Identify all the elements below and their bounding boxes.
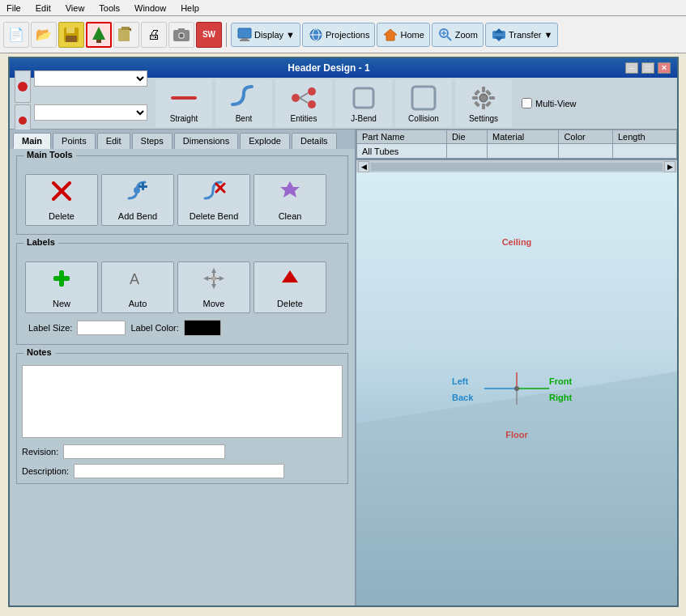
svg-rect-11 (178, 28, 185, 32)
settings-button[interactable]: Settings (455, 79, 512, 127)
clean-label: Clean (279, 211, 302, 221)
notes-textarea[interactable] (22, 365, 343, 438)
dropdown-1[interactable] (34, 70, 147, 87)
display-button[interactable]: Display ▼ (231, 23, 300, 47)
svg-point-66 (514, 386, 519, 391)
settings-icon (469, 83, 498, 113)
straight-label: Straight (170, 114, 198, 123)
window-controls: ─ □ ✕ (625, 62, 671, 74)
new-label-button[interactable]: New (25, 261, 98, 313)
svg-point-27 (19, 117, 27, 125)
auto-label-button[interactable]: A Auto (101, 261, 174, 313)
scroll-right-button[interactable]: ▶ (664, 161, 675, 172)
transfer-button[interactable]: Transfer ▼ (485, 23, 559, 47)
close-button[interactable]: ✕ (658, 62, 671, 74)
toolbar-separator-1 (226, 23, 227, 47)
svg-rect-39 (472, 96, 478, 100)
new-file-button[interactable]: 📄 (3, 22, 29, 48)
save-button[interactable] (58, 22, 84, 48)
svg-point-26 (18, 82, 28, 91)
cell-material (488, 144, 559, 159)
tab-dimensions[interactable]: Dimensions (174, 133, 238, 149)
main-tool-buttons: Delete (22, 171, 343, 229)
svg-point-30 (308, 87, 316, 96)
add-bend-button[interactable]: Add Bend (101, 174, 174, 226)
entities-button[interactable]: Entities (275, 79, 332, 127)
collision-button[interactable]: Collision (395, 79, 452, 127)
svg-rect-54 (53, 276, 70, 281)
dropdown-2[interactable] (34, 104, 147, 121)
jbend-button[interactable]: J-Bend (335, 79, 392, 127)
delete-label-button[interactable]: Delete (254, 261, 326, 313)
notes-group: Notes Revision: Description: (16, 353, 348, 484)
svg-point-29 (292, 94, 300, 102)
tab-steps[interactable]: Steps (132, 133, 173, 149)
svg-marker-57 (211, 284, 216, 289)
delete-label-text: Delete (277, 299, 303, 308)
bent-button[interactable]: Bent (215, 79, 272, 127)
back-label: Back (452, 393, 473, 402)
add-bend-label: Add Bend (118, 211, 157, 221)
labels-group: Labels New (16, 243, 348, 345)
svg-rect-12 (238, 28, 251, 38)
svg-rect-49 (138, 185, 147, 188)
green-tree-button[interactable] (86, 22, 112, 48)
label-color-picker[interactable] (184, 320, 221, 336)
horizontal-scrollbar[interactable]: ◀ ▶ (356, 159, 677, 172)
tab-edit[interactable]: Edit (97, 133, 130, 149)
tab-explode[interactable]: Explode (240, 133, 290, 149)
description-input[interactable] (74, 464, 284, 478)
menu-window[interactable]: Window (131, 2, 169, 15)
straight-button[interactable]: Straight (156, 79, 212, 127)
menu-help[interactable]: Help (177, 2, 202, 15)
zoom-button[interactable]: Zoom (432, 23, 484, 47)
bent-label: Bent (236, 114, 253, 123)
entities-label: Entities (291, 114, 317, 123)
delete-button[interactable]: Delete (25, 174, 98, 226)
projections-button[interactable]: Projections (302, 23, 375, 47)
content-area: Main Points Edit Steps Dimensions Explod… (10, 130, 677, 605)
multiview-checkbox[interactable] (522, 98, 532, 108)
col-material: Material (488, 130, 559, 144)
svg-rect-14 (240, 40, 249, 41)
tab-details[interactable]: Details (292, 133, 337, 149)
export-button[interactable] (113, 22, 139, 48)
main-toolbar: 📄 📂 🖨 SW Display ▼ Projections Home Zoom… (0, 16, 686, 53)
open-file-button[interactable]: 📂 (31, 22, 57, 48)
main-window: Header Design - 1 ─ □ ✕ (8, 57, 679, 607)
menu-edit[interactable]: Edit (32, 2, 54, 15)
scroll-left-button[interactable]: ◀ (358, 161, 369, 172)
svg-rect-5 (118, 28, 130, 41)
camera-button[interactable] (168, 22, 194, 48)
print-button[interactable]: 🖨 (141, 22, 167, 48)
menu-tools[interactable]: Tools (96, 2, 123, 15)
maximize-button[interactable]: □ (641, 62, 654, 74)
svg-rect-34 (354, 88, 373, 108)
tab-main[interactable]: Main (13, 133, 51, 149)
scroll-track[interactable] (371, 163, 663, 171)
front-label: Front (549, 376, 572, 386)
col-part-name: Part Name (357, 130, 447, 144)
minimize-button[interactable]: ─ (625, 62, 638, 74)
move-label-button[interactable]: Move (177, 261, 250, 313)
clean-button[interactable]: Clean (254, 174, 326, 226)
menu-view[interactable]: View (62, 2, 88, 15)
label-size-input[interactable] (77, 321, 126, 335)
label-buttons: New A Auto (22, 258, 343, 316)
jbend-icon (349, 83, 378, 113)
bent-icon (229, 83, 258, 113)
move-label-icon (202, 266, 226, 295)
right-label: Right (549, 393, 572, 402)
svg-point-60 (211, 276, 216, 281)
icon-red-circle (15, 70, 31, 103)
revision-input[interactable] (63, 444, 225, 459)
table-row[interactable]: All Tubes (357, 144, 677, 159)
svg-rect-42 (485, 101, 492, 108)
sw-button[interactable]: SW (196, 22, 222, 48)
delete-bend-button[interactable]: Delete Bend (177, 174, 250, 226)
menu-file[interactable]: File (3, 2, 24, 15)
home-button[interactable]: Home (377, 23, 429, 47)
tab-points[interactable]: Points (53, 133, 96, 149)
multiview-label: Multi-View (535, 99, 577, 108)
svg-rect-1 (66, 28, 75, 33)
